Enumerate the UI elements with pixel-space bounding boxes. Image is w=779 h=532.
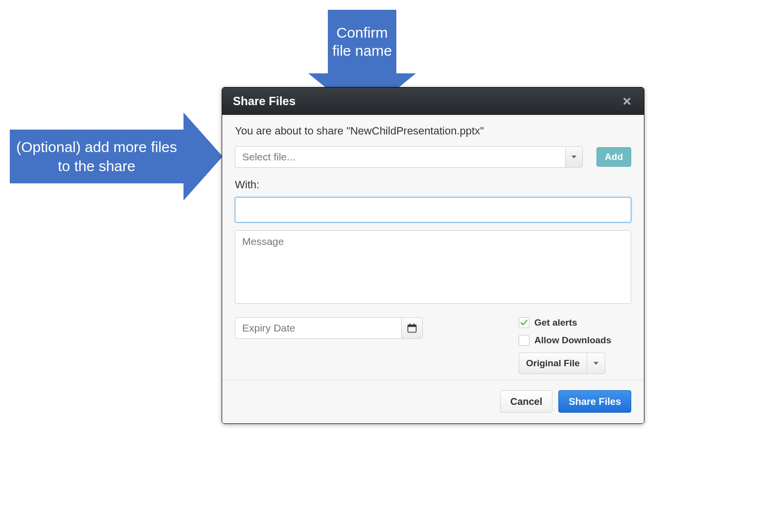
calendar-button[interactable]	[401, 317, 423, 339]
chevron-down-icon	[594, 362, 598, 365]
get-alerts-checkbox[interactable]: Get alerts	[519, 317, 631, 328]
file-select-combobox[interactable]	[235, 146, 583, 168]
confirm-suffix: "	[480, 125, 484, 137]
share-options: Get alerts Allow Downloads Original File	[519, 317, 631, 374]
confirm-prefix: You are about to share "	[235, 125, 350, 137]
add-button[interactable]: Add	[596, 147, 631, 167]
share-files-dialog: Share Files × You are about to share "Ne…	[222, 87, 644, 424]
arrow-right-icon	[183, 112, 223, 200]
file-select-row: Add	[235, 146, 631, 168]
annotation-add-more-label: (Optional) add more files to the share	[10, 130, 183, 183]
file-select-input[interactable]	[235, 146, 565, 168]
file-select-caret-button[interactable]	[565, 146, 583, 168]
annotation-confirm-label: Confirm file name	[328, 10, 396, 73]
download-mode-button[interactable]: Original File	[519, 353, 587, 374]
annotation-add-more-files: (Optional) add more files to the share	[10, 112, 225, 200]
message-textarea[interactable]	[235, 230, 631, 304]
checkbox-icon	[519, 317, 529, 328]
expiry-date-field	[235, 317, 423, 339]
confirm-filename: NewChildPresentation.pptx	[350, 125, 480, 137]
dialog-header: Share Files ×	[222, 88, 644, 115]
svg-rect-3	[413, 324, 414, 326]
with-input[interactable]	[235, 197, 631, 222]
get-alerts-label: Get alerts	[534, 317, 577, 328]
close-icon[interactable]: ×	[620, 92, 633, 111]
options-row: Get alerts Allow Downloads Original File	[235, 317, 631, 374]
confirm-share-text: You are about to share "NewChildPresenta…	[235, 125, 631, 137]
expiry-date-input[interactable]	[235, 317, 401, 339]
with-label: With:	[235, 178, 631, 191]
dialog-title: Share Files	[233, 94, 296, 108]
dialog-footer: Cancel Share Files	[222, 380, 644, 423]
calendar-icon	[407, 323, 417, 333]
allow-downloads-checkbox[interactable]: Allow Downloads	[519, 335, 631, 346]
dialog-body: You are about to share "NewChildPresenta…	[222, 115, 644, 380]
checkbox-icon	[519, 335, 529, 346]
download-mode-dropdown[interactable]: Original File	[519, 353, 631, 374]
checkmark-icon	[520, 319, 528, 327]
cancel-button[interactable]: Cancel	[500, 390, 553, 413]
share-files-button[interactable]: Share Files	[558, 390, 631, 413]
download-mode-caret[interactable]	[587, 353, 605, 374]
chevron-down-icon	[572, 155, 576, 158]
svg-rect-1	[408, 325, 416, 327]
allow-downloads-label: Allow Downloads	[534, 335, 611, 346]
svg-rect-2	[410, 324, 411, 326]
